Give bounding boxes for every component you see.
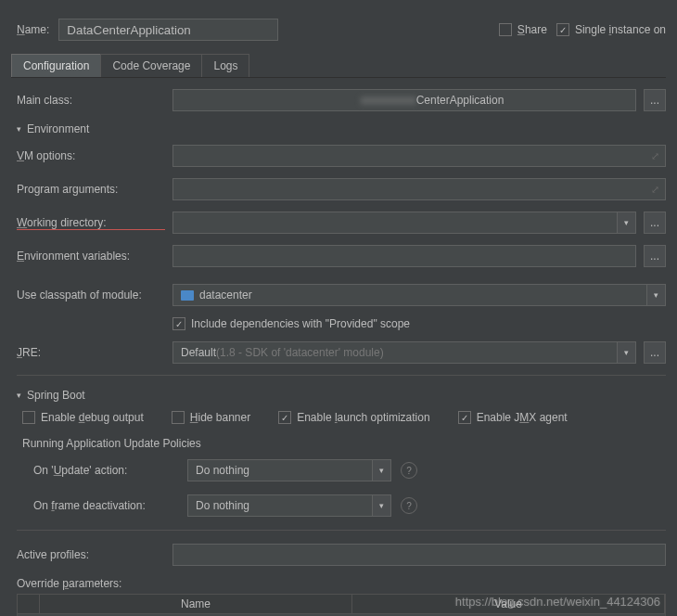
watermark: https://blog.csdn.net/weixin_44124306 [455,595,660,609]
program-args-label: Program arguments: [17,183,165,196]
share-checkbox[interactable]: Share [499,23,547,36]
active-profiles-label: Active profiles: [17,548,165,561]
enable-jmx-checkbox[interactable]: Enable JMX agent [458,411,568,424]
working-directory-browse-button[interactable]: ... [644,212,666,234]
name-input[interactable] [58,19,277,41]
jre-label: JRE: [17,346,165,359]
env-vars-browse-button[interactable]: ... [644,245,666,267]
main-class-browse-button[interactable]: ... [644,89,666,111]
environment-section-header[interactable]: Environment [17,122,666,135]
expand-icon[interactable]: ⤢ [651,150,659,162]
checkbox-icon [499,23,512,36]
col-name: Name [40,595,352,613]
chevron-down-icon[interactable] [617,342,635,363]
blurred-text: xxxxxxxxxx [305,94,416,107]
classpath-label: Use classpath of module: [17,289,165,302]
chevron-down-icon[interactable] [372,495,390,516]
chevron-down-icon[interactable] [617,212,635,233]
vm-options-label: VM options: [17,149,165,162]
main-class-field[interactable]: xxxxxxxxxxCenterApplication [172,89,636,111]
expand-icon[interactable]: ⤢ [651,184,659,196]
main-class-label: Main class: [17,94,165,107]
working-directory-label: Working directory: [17,216,165,230]
hide-banner-checkbox[interactable]: Hide banner [172,411,250,424]
help-icon[interactable]: ? [401,462,417,479]
checkbox-icon [556,23,569,36]
checkbox-icon [278,411,291,424]
program-args-field[interactable]: ⤢ [172,178,666,200]
checkbox-icon [22,411,35,424]
jre-browse-button[interactable]: ... [644,341,666,364]
hide-banner-label: Hide banner [190,411,250,424]
classpath-select[interactable]: datacenter [172,284,666,306]
enable-launch-checkbox[interactable]: Enable launch optimization [278,411,429,424]
include-deps-label: Include dependencies with "Provided" sco… [191,317,410,330]
active-profiles-field[interactable] [172,544,666,566]
on-frame-label: On frame deactivation: [33,499,178,512]
enable-debug-label: Enable debug output [41,411,144,424]
vm-options-field[interactable]: ⤢ [172,145,666,167]
tab-logs[interactable]: Logs [201,54,249,77]
enable-launch-label: Enable launch optimization [297,411,429,424]
tab-configuration[interactable]: Configuration [11,54,101,77]
on-frame-select[interactable]: Do nothing [187,494,391,517]
name-label: NName:ame: [17,23,49,36]
jre-select[interactable]: Default (1.8 - SDK of 'datacenter' modul… [172,341,636,364]
enable-debug-checkbox[interactable]: Enable debug output [22,411,144,424]
single-instance-checkbox[interactable]: Single instance on [556,23,666,36]
spring-boot-section-header[interactable]: Spring Boot [17,389,666,402]
chevron-down-icon[interactable] [372,460,390,481]
enable-jmx-label: Enable JMX agent [477,411,568,424]
tab-code-coverage[interactable]: Code Coverage [100,54,202,77]
override-params-label: Override parameters: [17,577,666,590]
folder-icon [181,290,194,301]
checkbox-icon [172,317,185,330]
env-vars-label: Environment variables: [17,250,165,263]
include-deps-checkbox[interactable]: Include dependencies with "Provided" sco… [172,317,410,330]
help-icon[interactable]: ? [401,497,417,514]
on-update-select[interactable]: Do nothing [187,459,391,481]
working-directory-field[interactable] [172,212,636,234]
env-vars-field[interactable] [172,245,636,267]
update-policies-label: Running Application Update Policies [22,437,666,450]
single-instance-label: Single instance on [575,23,666,36]
checkbox-icon [172,411,185,424]
chevron-down-icon[interactable] [646,285,665,305]
share-label: Share [517,23,547,36]
on-update-label: On 'Update' action: [33,464,178,477]
checkbox-icon [458,411,471,424]
